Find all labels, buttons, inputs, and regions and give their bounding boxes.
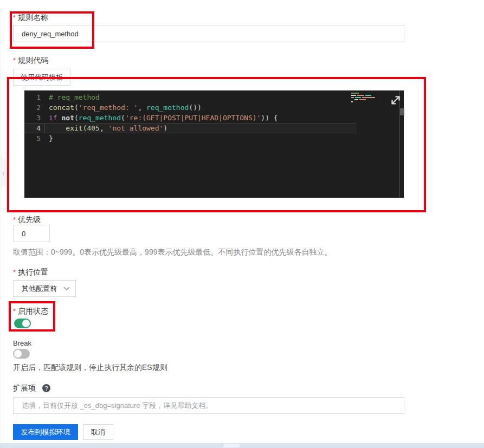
required-asterisk: * (13, 14, 16, 22)
exec-position-select[interactable]: 其他配置前 (13, 280, 76, 297)
horizontal-scrollbar[interactable] (0, 443, 484, 448)
extension-input[interactable] (13, 397, 404, 414)
enable-status-label: *启用状态 (13, 307, 48, 316)
required-asterisk: * (13, 268, 16, 276)
rule-code-label: *规则代码 (13, 56, 48, 66)
minimap[interactable] (351, 93, 385, 103)
horizontal-scrollbar-thumb[interactable] (223, 444, 240, 447)
select-value: 其他配置前 (22, 284, 63, 294)
priority-help-text: 取值范围：0~999。0表示优先级最高，999表示优先级最低。不同执行位置的优先… (13, 248, 332, 257)
required-asterisk: * (13, 56, 16, 64)
line-numbers: 12345 (24, 92, 41, 144)
help-icon[interactable]: ? (42, 384, 50, 392)
priority-input[interactable] (13, 225, 50, 242)
required-asterisk: * (13, 307, 16, 315)
publish-to-simulation-button[interactable]: 发布到模拟环境 (13, 424, 78, 440)
editor-scrollbar[interactable] (399, 90, 404, 198)
chevron-left-icon: ‹ (3, 167, 5, 178)
exec-position-label: *执行位置 (13, 268, 48, 277)
enable-status-toggle[interactable] (14, 319, 31, 328)
toggle-knob (22, 320, 30, 327)
break-toggle[interactable] (13, 349, 30, 359)
chevron-down-icon (63, 287, 70, 291)
drawer-left-border (1, 8, 1, 443)
rule-edit-drawer: ‹ *规则名称 *规则代码 使用代码模板 12345 # req_methodc… (0, 0, 484, 448)
collapse-drawer-handle[interactable]: ‹ (0, 156, 8, 190)
required-asterisk: * (13, 216, 16, 224)
break-label: Break (13, 339, 31, 347)
rule-name-label: *规则名称 (13, 13, 48, 23)
cancel-button[interactable]: 取消 (83, 424, 113, 440)
code-editor[interactable]: 12345 # req_methodconcat('req_method: ',… (24, 90, 404, 198)
rule-name-input[interactable] (13, 25, 404, 42)
code-content: # req_methodconcat('req_method: ', req_m… (49, 92, 404, 144)
break-help-text: 开启后，匹配该规则，停止执行其余的ES规则 (13, 363, 167, 373)
toggle-knob (14, 350, 22, 358)
indent-guide (44, 124, 45, 133)
editor-scrollbar-thumb[interactable] (400, 108, 404, 115)
use-code-template-button[interactable]: 使用代码模板 (13, 69, 70, 86)
priority-label: *优先级 (13, 215, 41, 225)
extension-label: 扩展项 (13, 384, 36, 393)
